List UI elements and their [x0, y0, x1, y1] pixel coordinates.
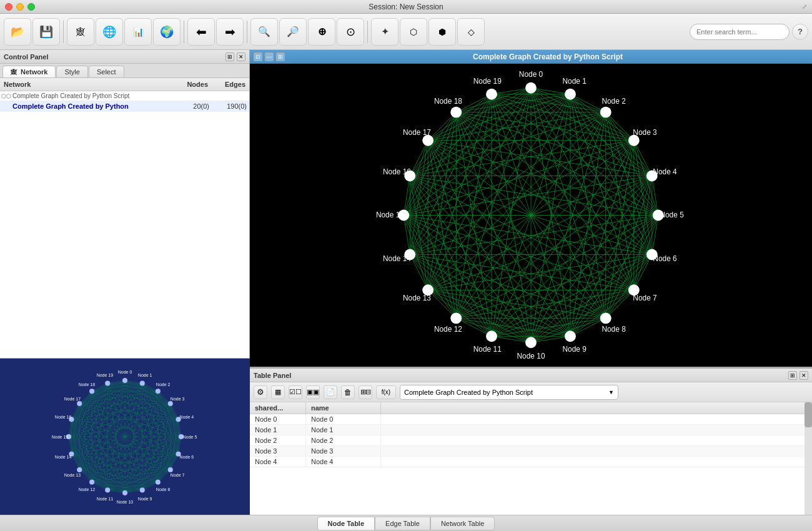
layout4-button[interactable]: ◇ — [457, 18, 485, 46]
table-function-button[interactable]: f(x) — [376, 385, 396, 399]
svg-text:Node 16: Node 16 — [55, 415, 72, 419]
graph-float-button[interactable]: ⊟ — [254, 52, 262, 61]
network-table: Network Nodes Edges ⬡⬡ Complete Graph Cr… — [0, 78, 249, 358]
bottom-tab-edge[interactable]: Edge Table — [375, 517, 430, 530]
zoom-reset-button[interactable]: ⊙ — [337, 18, 364, 46]
table-panel-close-button[interactable]: ✕ — [800, 371, 808, 380]
cell-shared: Node 1 — [250, 425, 306, 435]
table-panel-header: Table Panel ⊞ ✕ — [250, 369, 812, 382]
graph-canvas[interactable]: Node 0Node 1Node 2Node 3Node 4Node 5Node… — [250, 64, 812, 367]
svg-text:Node 17: Node 17 — [64, 397, 81, 401]
tab-network[interactable]: 🕸 Network — [2, 66, 56, 77]
svg-text:Node 2: Node 2 — [156, 382, 171, 387]
svg-point-424 — [600, 107, 611, 118]
svg-point-192 — [140, 380, 145, 385]
svg-point-209 — [89, 389, 94, 394]
svg-text:Node 5: Node 5 — [183, 435, 197, 439]
svg-text:Node 13: Node 13 — [403, 294, 431, 302]
bottom-tab-node[interactable]: Node Table — [317, 517, 375, 530]
resize-icon: ⤢ — [802, 3, 807, 10]
col-shared: shared... — [250, 402, 306, 414]
table-columns-button[interactable]: ▦ — [271, 385, 285, 399]
cell-name: Node 0 — [306, 414, 381, 424]
save-button[interactable]: 💾 — [32, 18, 60, 46]
layout1-button[interactable]: ✦ — [371, 18, 399, 46]
web2-button[interactable]: 🌍 — [153, 18, 181, 46]
svg-point-204 — [77, 467, 82, 472]
table-panel-float-button[interactable]: ⊞ — [788, 371, 797, 380]
minimize-button[interactable] — [16, 3, 24, 11]
tab-network-label: Network — [21, 68, 47, 76]
bottom-tab-network[interactable]: Network Table — [430, 517, 495, 530]
svg-point-203 — [89, 480, 94, 485]
control-panel-float-button[interactable]: ⊞ — [225, 52, 234, 61]
table-delete-button[interactable]: 🗑 — [341, 385, 355, 399]
mini-map[interactable]: Node 0Node 1Node 2Node 3Node 4Node 5Node… — [0, 359, 250, 515]
traffic-lights — [5, 3, 35, 11]
svg-text:Node 0: Node 0 — [519, 70, 543, 79]
svg-text:Node 18: Node 18 — [79, 382, 96, 387]
export-button[interactable]: ➡ — [216, 18, 244, 46]
scrollbar-thumb[interactable] — [805, 402, 812, 427]
svg-point-202 — [105, 488, 110, 493]
cell-name: Node 3 — [306, 446, 381, 456]
left-panel: Control Panel ⊞ ✕ 🕸 Network Style Select — [0, 50, 250, 515]
graph-fullscreen-button[interactable]: ⊞ — [276, 52, 285, 61]
web-button[interactable]: 🌐 — [96, 18, 123, 46]
tab-style[interactable]: Style — [56, 66, 87, 77]
zoom-in-button[interactable]: 🔍 — [250, 18, 278, 46]
control-panel-header: Control Panel ⊞ ✕ — [0, 50, 249, 64]
control-panel-close-button[interactable]: ✕ — [237, 52, 245, 61]
table-new-button[interactable]: 📄 — [324, 385, 337, 399]
svg-text:Node 9: Node 9 — [563, 345, 587, 354]
zoom-fit-button[interactable]: ⊕ — [308, 18, 335, 46]
graph-minimize-button[interactable]: — — [265, 52, 274, 61]
import-button[interactable]: ⬅ — [187, 18, 215, 46]
table-row[interactable]: Node 3 Node 3 — [250, 446, 812, 457]
network-row-name: Complete Graph Created by Python Script — [12, 92, 174, 99]
svg-point-434 — [450, 312, 462, 324]
svg-text:Node 0: Node 0 — [118, 370, 132, 374]
table-network-dropdown[interactable]: Complete Graph Created by Python Script … — [400, 385, 618, 400]
data-table-header: shared... name — [250, 402, 812, 414]
toolbar-sep-3 — [247, 21, 247, 43]
dropdown-arrow-icon: ▼ — [608, 389, 614, 395]
network-button[interactable]: 🕸 — [67, 18, 94, 46]
table-row[interactable]: Node 1 Node 1 — [250, 425, 812, 435]
help-button[interactable]: ? — [792, 24, 808, 40]
search-input[interactable] — [690, 24, 790, 40]
close-button[interactable] — [5, 3, 12, 11]
table-checkboxes-button[interactable]: ☑☐ — [289, 385, 302, 399]
zoom-out-button[interactable]: 🔎 — [279, 18, 307, 46]
network-row-child-nodes: 20(0) — [174, 102, 212, 110]
svg-text:Node 19: Node 19 — [473, 77, 502, 86]
svg-text:Node 17: Node 17 — [403, 128, 431, 137]
bottom-tabs: Node Table Edge Table Network Table — [0, 515, 812, 531]
graph-svg: Node 0Node 1Node 2Node 3Node 4Node 5Node… — [250, 64, 812, 367]
vertical-scrollbar[interactable] — [805, 402, 812, 515]
toolbar-sep-4 — [367, 21, 368, 43]
table-row[interactable]: Node 4 Node 4 — [250, 457, 812, 467]
control-panel: Control Panel ⊞ ✕ 🕸 Network Style Select — [0, 50, 249, 359]
network-row-parent[interactable]: ⬡⬡ Complete Graph Created by Python Scri… — [0, 91, 249, 101]
svg-text:Node 10: Node 10 — [517, 352, 545, 360]
table-row[interactable]: Node 0 Node 0 — [250, 414, 812, 425]
table-grid-button[interactable]: ▣▣ — [306, 385, 320, 399]
svg-text:Node 6: Node 6 — [653, 254, 677, 263]
svg-text:Node 14: Node 14 — [55, 455, 72, 459]
tab-select[interactable]: Select — [89, 66, 124, 77]
table-merge-button[interactable]: ⊞⊟ — [359, 385, 372, 399]
table-settings-button[interactable]: ⚙ — [254, 385, 267, 399]
network-row-icon: ⬡⬡ — [0, 93, 12, 99]
table-button[interactable]: 📊 — [124, 18, 152, 46]
svg-point-198 — [168, 467, 173, 472]
table-row[interactable]: Node 2 Node 2 — [250, 435, 812, 446]
maximize-button[interactable] — [27, 3, 35, 11]
svg-text:Node 7: Node 7 — [633, 294, 657, 302]
open-button[interactable]: 📂 — [4, 18, 31, 46]
right-panel: ⊟ — ⊞ Complete Graph Created by Python S… — [250, 50, 812, 515]
network-row-child[interactable]: Complete Graph Created by Python 20(0) 1… — [0, 101, 249, 112]
layout2-button[interactable]: ⬡ — [400, 18, 427, 46]
graph-view[interactable]: ⊟ — ⊞ Complete Graph Created by Python S… — [250, 50, 812, 369]
layout3-button[interactable]: ⬢ — [428, 18, 456, 46]
